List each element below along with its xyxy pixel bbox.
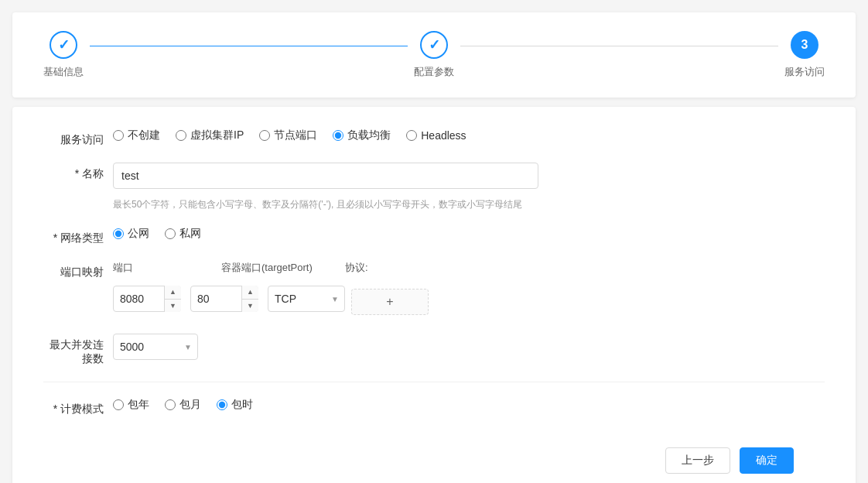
radio-node-port-input[interactable]	[259, 130, 270, 141]
billing-radio-group: 包年 包月 包时	[113, 398, 253, 412]
radio-node-port[interactable]: 节点端口	[259, 128, 317, 142]
radio-private[interactable]: 私网	[165, 227, 201, 241]
add-port-icon: +	[386, 295, 393, 309]
network-type-radio-group: 公网 私网	[113, 227, 201, 241]
port-headers: 端口 容器端口(targetPort) 协议:	[113, 261, 825, 275]
radio-hourly-input[interactable]	[217, 399, 227, 410]
step-3-circle: 3	[791, 31, 818, 59]
radio-none[interactable]: 不创建	[113, 128, 160, 142]
form-card: 服务访问 不创建 虚拟集群IP 节点端口	[12, 107, 856, 483]
radio-node-port-label: 节点端口	[274, 128, 317, 142]
radio-virtual-cluster-ip-input[interactable]	[176, 130, 186, 141]
radio-headless[interactable]: Headless	[406, 129, 466, 142]
radio-private-input[interactable]	[165, 228, 176, 239]
radio-load-balancer-input[interactable]	[333, 130, 343, 141]
port-row-1: ▲ ▼ ▲ ▼ TCP UDP	[113, 286, 345, 312]
port-mapping-row: 端口映射 端口 容器端口(targetPort) 协议: ▲ ▼	[43, 261, 825, 318]
radio-monthly-input[interactable]	[165, 399, 176, 410]
radio-yearly-input[interactable]	[113, 399, 124, 410]
step-2-label: 配置参数	[414, 65, 454, 79]
port-column-header: 端口	[113, 261, 190, 275]
port-input-wrapper: ▲ ▼	[113, 286, 181, 312]
add-port-button[interactable]: +	[351, 289, 429, 315]
service-access-radio-group: 不创建 虚拟集群IP 节点端口 负载均衡	[113, 128, 466, 142]
step-1-circle: ✓	[50, 31, 77, 59]
radio-hourly[interactable]: 包时	[217, 398, 253, 412]
step-1-label: 基础信息	[43, 65, 84, 79]
step-3-number: 3	[801, 38, 808, 52]
name-label: * 名称	[43, 163, 113, 181]
billing-row: * 计费模式 包年 包月 包时	[43, 398, 825, 416]
step-1-checkmark: ✓	[58, 36, 70, 53]
port-mapping-label: 端口映射	[43, 261, 113, 279]
protocol-select[interactable]: TCP UDP	[268, 286, 345, 312]
service-access-label: 服务访问	[43, 128, 113, 147]
max-conn-select[interactable]: 5000 10000 20000 50000	[113, 334, 198, 360]
port-spin-buttons: ▲ ▼	[164, 286, 181, 312]
service-access-options: 不创建 虚拟集群IP 节点端口 负载均衡	[113, 128, 825, 142]
radio-load-balancer[interactable]: 负载均衡	[333, 128, 391, 142]
footer-bar: 上一步 确定	[43, 435, 825, 474]
target-port-spin-buttons: ▲ ▼	[241, 286, 258, 312]
back-button[interactable]: 上一步	[665, 447, 730, 474]
stepper-line-2	[460, 46, 778, 46]
radio-public[interactable]: 公网	[113, 227, 149, 241]
port-spin-up[interactable]: ▲	[165, 286, 181, 300]
target-port-input-wrapper: ▲ ▼	[190, 286, 258, 312]
network-type-label: * 网络类型	[43, 227, 113, 245]
step-2: ✓ 配置参数	[414, 31, 454, 79]
billing-label: * 计费模式	[43, 398, 113, 416]
max-conn-select-wrapper: 5000 10000 20000 50000 ▼	[113, 334, 198, 360]
billing-content: 包年 包月 包时	[113, 398, 825, 412]
radio-none-label: 不创建	[128, 128, 160, 142]
step-2-checkmark: ✓	[429, 36, 440, 53]
network-type-row: * 网络类型 公网 私网	[43, 227, 825, 245]
name-row: * 名称 最长50个字符，只能包含小写字母、数字及分隔符('-'), 且必须以小…	[43, 163, 825, 211]
radio-headless-input[interactable]	[406, 130, 417, 141]
name-hint: 最长50个字符，只能包含小写字母、数字及分隔符('-'), 且必须以小写字母开头…	[113, 198, 825, 211]
radio-private-label: 私网	[179, 227, 201, 241]
port-mapping-content: 端口 容器端口(targetPort) 协议: ▲ ▼	[113, 261, 825, 318]
step-2-circle: ✓	[420, 31, 448, 59]
radio-monthly[interactable]: 包月	[165, 398, 201, 412]
name-input[interactable]	[113, 163, 538, 189]
stepper: ✓ 基础信息 ✓ 配置参数 3 服务访问	[43, 31, 825, 79]
target-port-spin-up[interactable]: ▲	[242, 286, 258, 300]
stepper-card: ✓ 基础信息 ✓ 配置参数 3 服务访问	[12, 12, 856, 98]
radio-monthly-label: 包月	[179, 398, 201, 412]
port-spin-down[interactable]: ▼	[165, 300, 181, 313]
service-access-row: 服务访问 不创建 虚拟集群IP 节点端口	[43, 128, 825, 147]
radio-yearly[interactable]: 包年	[113, 398, 149, 412]
radio-public-input[interactable]	[113, 228, 124, 239]
confirm-button[interactable]: 确定	[740, 447, 794, 474]
name-content: 最长50个字符，只能包含小写字母、数字及分隔符('-'), 且必须以小写字母开头…	[113, 163, 825, 211]
radio-yearly-label: 包年	[128, 398, 149, 412]
radio-virtual-cluster-ip-label: 虚拟集群IP	[190, 128, 244, 142]
max-conn-content: 5000 10000 20000 50000 ▼	[113, 334, 825, 360]
radio-none-input[interactable]	[113, 130, 124, 141]
max-conn-row: 最大并发连接数 5000 10000 20000 50000 ▼	[43, 334, 825, 366]
network-type-content: 公网 私网	[113, 227, 825, 241]
target-port-column-header: 容器端口(targetPort)	[221, 261, 314, 275]
radio-public-label: 公网	[128, 227, 149, 241]
step-1: ✓ 基础信息	[43, 31, 84, 79]
protocol-select-wrapper: TCP UDP ▼	[268, 286, 345, 312]
target-port-spin-down[interactable]: ▼	[242, 300, 258, 313]
radio-virtual-cluster-ip[interactable]: 虚拟集群IP	[176, 128, 244, 142]
protocol-column-header: 协议:	[345, 261, 438, 275]
max-conn-label: 最大并发连接数	[43, 334, 113, 366]
radio-headless-label: Headless	[421, 129, 466, 142]
stepper-line-1	[90, 46, 408, 46]
divider	[43, 382, 825, 382]
radio-hourly-label: 包时	[231, 398, 253, 412]
step-3: 3 服务访问	[784, 31, 825, 79]
radio-load-balancer-label: 负载均衡	[347, 128, 391, 142]
step-3-label: 服务访问	[784, 65, 825, 79]
